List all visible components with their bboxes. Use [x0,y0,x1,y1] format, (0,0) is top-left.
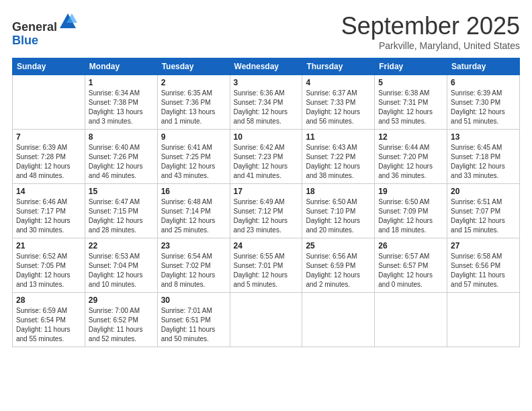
day-info: Sunrise: 6:40 AM Sunset: 7:26 PM Dayligh… [89,143,154,181]
calendar-cell: 13Sunrise: 6:45 AM Sunset: 7:18 PM Dayli… [447,130,520,184]
calendar-cell: 29Sunrise: 7:00 AM Sunset: 6:52 PM Dayli… [85,293,157,347]
day-number: 28 [16,295,81,305]
day-info: Sunrise: 6:43 AM Sunset: 7:22 PM Dayligh… [306,143,371,181]
col-thursday: Thursday [302,58,375,75]
day-info: Sunrise: 6:48 AM Sunset: 7:14 PM Dayligh… [161,197,226,235]
calendar-cell [447,293,520,347]
calendar-cell: 21Sunrise: 6:52 AM Sunset: 7:05 PM Dayli… [13,238,85,293]
calendar-cell [375,293,447,347]
day-number: 29 [89,295,154,305]
logo-general-text: General [12,20,57,34]
day-number: 13 [451,132,516,142]
col-sunday: Sunday [13,58,85,75]
calendar-cell: 6Sunrise: 6:39 AM Sunset: 7:30 PM Daylig… [447,75,520,130]
day-number: 7 [16,132,81,142]
calendar-cell: 24Sunrise: 6:55 AM Sunset: 7:01 PM Dayli… [230,238,302,293]
day-info: Sunrise: 6:42 AM Sunset: 7:23 PM Dayligh… [234,143,299,181]
day-number: 25 [306,241,371,250]
calendar-cell: 19Sunrise: 6:50 AM Sunset: 7:09 PM Dayli… [375,184,447,238]
calendar-cell: 2Sunrise: 6:35 AM Sunset: 7:36 PM Daylig… [157,75,230,130]
calendar-table: Sunday Monday Tuesday Wednesday Thursday… [12,58,520,347]
location: Parkville, Maryland, United States [341,40,520,51]
calendar-header-row: Sunday Monday Tuesday Wednesday Thursday… [13,58,520,75]
day-number: 15 [89,187,154,196]
day-number: 6 [451,78,516,87]
day-info: Sunrise: 6:39 AM Sunset: 7:30 PM Dayligh… [451,89,516,126]
day-number: 3 [234,78,299,87]
day-number: 9 [161,132,226,142]
day-info: Sunrise: 6:38 AM Sunset: 7:31 PM Dayligh… [378,89,443,126]
title-block: September 2025 Parkville, Maryland, Unit… [341,12,520,51]
day-number: 2 [161,78,226,87]
day-number: 30 [161,295,226,305]
day-number: 23 [161,241,226,250]
day-number: 20 [451,187,516,196]
calendar-cell: 23Sunrise: 6:54 AM Sunset: 7:02 PM Dayli… [157,238,230,293]
day-info: Sunrise: 6:51 AM Sunset: 7:07 PM Dayligh… [451,197,516,235]
calendar-cell: 25Sunrise: 6:56 AM Sunset: 6:59 PM Dayli… [302,238,375,293]
day-info: Sunrise: 6:46 AM Sunset: 7:17 PM Dayligh… [16,197,81,235]
calendar-cell: 3Sunrise: 6:36 AM Sunset: 7:34 PM Daylig… [230,75,302,130]
page: General Blue September 2025 Parkville, M… [0,0,532,411]
col-monday: Monday [85,58,157,75]
calendar-cell: 16Sunrise: 6:48 AM Sunset: 7:14 PM Dayli… [157,184,230,238]
calendar-cell: 17Sunrise: 6:49 AM Sunset: 7:12 PM Dayli… [230,184,302,238]
day-info: Sunrise: 7:01 AM Sunset: 6:51 PM Dayligh… [161,306,226,344]
day-info: Sunrise: 6:35 AM Sunset: 7:36 PM Dayligh… [161,89,226,126]
day-number: 18 [306,187,371,196]
calendar-cell: 4Sunrise: 6:37 AM Sunset: 7:33 PM Daylig… [302,75,375,130]
day-number: 22 [89,241,154,250]
calendar-cell: 9Sunrise: 6:41 AM Sunset: 7:25 PM Daylig… [157,130,230,184]
day-info: Sunrise: 6:45 AM Sunset: 7:18 PM Dayligh… [451,143,516,181]
calendar-cell: 8Sunrise: 6:40 AM Sunset: 7:26 PM Daylig… [85,130,157,184]
logo-blue-text: Blue [12,34,38,47]
calendar-cell: 18Sunrise: 6:50 AM Sunset: 7:10 PM Dayli… [302,184,375,238]
calendar-cell [302,293,375,347]
day-info: Sunrise: 6:55 AM Sunset: 7:01 PM Dayligh… [234,252,299,289]
calendar-week-3: 21Sunrise: 6:52 AM Sunset: 7:05 PM Dayli… [13,238,520,293]
calendar-cell: 14Sunrise: 6:46 AM Sunset: 7:17 PM Dayli… [13,184,85,238]
col-tuesday: Tuesday [157,58,230,75]
day-info: Sunrise: 6:44 AM Sunset: 7:20 PM Dayligh… [378,143,443,181]
calendar-cell [13,75,85,130]
calendar-week-1: 7Sunrise: 6:39 AM Sunset: 7:28 PM Daylig… [13,130,520,184]
day-info: Sunrise: 6:54 AM Sunset: 7:02 PM Dayligh… [161,252,226,289]
header: General Blue September 2025 Parkville, M… [12,12,520,51]
day-info: Sunrise: 6:37 AM Sunset: 7:33 PM Dayligh… [306,89,371,126]
day-number: 12 [378,132,443,142]
day-info: Sunrise: 6:34 AM Sunset: 7:38 PM Dayligh… [89,89,154,126]
day-number: 26 [378,241,443,250]
day-info: Sunrise: 6:50 AM Sunset: 7:10 PM Dayligh… [306,197,371,235]
calendar-cell: 22Sunrise: 6:53 AM Sunset: 7:04 PM Dayli… [85,238,157,293]
calendar-cell: 1Sunrise: 6:34 AM Sunset: 7:38 PM Daylig… [85,75,157,130]
day-info: Sunrise: 6:52 AM Sunset: 7:05 PM Dayligh… [16,252,81,289]
calendar-cell: 26Sunrise: 6:57 AM Sunset: 6:57 PM Dayli… [375,238,447,293]
day-number: 19 [378,187,443,196]
day-number: 8 [89,132,154,142]
day-info: Sunrise: 6:53 AM Sunset: 7:04 PM Dayligh… [89,252,154,289]
day-number: 16 [161,187,226,196]
calendar-cell: 12Sunrise: 6:44 AM Sunset: 7:20 PM Dayli… [375,130,447,184]
logo-icon [58,12,77,31]
calendar-cell: 11Sunrise: 6:43 AM Sunset: 7:22 PM Dayli… [302,130,375,184]
calendar-week-0: 1Sunrise: 6:34 AM Sunset: 7:38 PM Daylig… [13,75,520,130]
calendar-cell: 15Sunrise: 6:47 AM Sunset: 7:15 PM Dayli… [85,184,157,238]
calendar-cell: 20Sunrise: 6:51 AM Sunset: 7:07 PM Dayli… [447,184,520,238]
day-info: Sunrise: 6:49 AM Sunset: 7:12 PM Dayligh… [234,197,299,235]
col-friday: Friday [375,58,447,75]
day-number: 11 [306,132,371,142]
day-info: Sunrise: 6:50 AM Sunset: 7:09 PM Dayligh… [378,197,443,235]
logo: General Blue [12,12,77,48]
day-number: 14 [16,187,81,196]
day-number: 4 [306,78,371,87]
calendar-cell: 10Sunrise: 6:42 AM Sunset: 7:23 PM Dayli… [230,130,302,184]
calendar-cell: 27Sunrise: 6:58 AM Sunset: 6:56 PM Dayli… [447,238,520,293]
day-info: Sunrise: 6:58 AM Sunset: 6:56 PM Dayligh… [451,252,516,289]
day-number: 10 [234,132,299,142]
day-info: Sunrise: 6:36 AM Sunset: 7:34 PM Dayligh… [234,89,299,126]
day-number: 17 [234,187,299,196]
calendar-cell: 7Sunrise: 6:39 AM Sunset: 7:28 PM Daylig… [13,130,85,184]
day-info: Sunrise: 6:47 AM Sunset: 7:15 PM Dayligh… [89,197,154,235]
day-number: 27 [451,241,516,250]
calendar-cell: 28Sunrise: 6:59 AM Sunset: 6:54 PM Dayli… [13,293,85,347]
